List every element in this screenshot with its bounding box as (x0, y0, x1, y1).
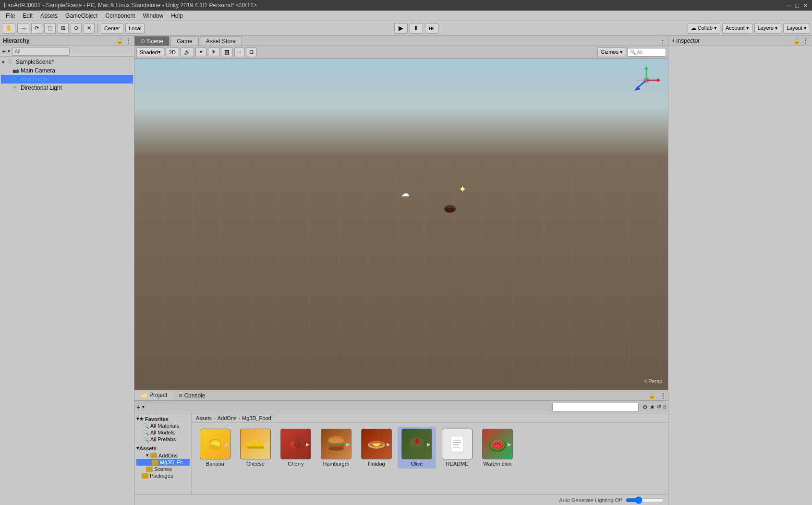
title-bar-title: FanArtPJ0001 - SampleScene - PC, Mac & L… (4, 2, 257, 9)
asset-cheese[interactable]: ▶ Cheese (236, 427, 275, 469)
maximize-btn[interactable]: □ (795, 2, 799, 9)
asset-banana[interactable]: ▶ Banana (196, 427, 234, 469)
rect-tool-btn[interactable]: ⊞ (58, 23, 69, 34)
move-tool-btn[interactable]: ↔ (17, 23, 29, 34)
menu-window[interactable]: Window (139, 12, 167, 20)
menu-help[interactable]: Help (167, 12, 187, 20)
account-btn[interactable]: Account ▾ (722, 23, 752, 34)
image-effects-btn[interactable]: 🖼 (221, 48, 233, 57)
menu-component[interactable]: Component (101, 12, 139, 20)
grid-btn[interactable]: ⊟ (246, 48, 257, 57)
layers-btn[interactable]: Layers ▾ (754, 23, 781, 34)
local-btn[interactable]: Local (125, 23, 145, 34)
scene-more-icon[interactable]: ⋮ (127, 60, 132, 65)
hand-tool-btn[interactable]: ✋ (2, 23, 15, 34)
menu-file[interactable]: File (2, 12, 19, 20)
sidebar-all-models[interactable]: 🔍 All Models (136, 429, 190, 436)
asset-watermelon[interactable]: ▶ Watermelon (478, 427, 517, 469)
project-add-btn[interactable]: + (136, 403, 140, 411)
camera-icon: 📷 (12, 67, 19, 74)
bottom-tabs: 📁 Project ≡ Console 🔒 ⋮ (134, 390, 668, 401)
transform-tool-btn[interactable]: ⊙ (71, 23, 82, 34)
scene-tabs-more-icon[interactable]: ⋮ (657, 39, 668, 46)
breadcrumb-assets[interactable]: Assets (196, 415, 212, 421)
hierarchy-item-samplescene[interactable]: ▾ ⬡ SampleScene* ⋮ (1, 58, 133, 66)
rotate-tool-btn[interactable]: ⟳ (31, 23, 42, 34)
scene-tab-scene[interactable]: ⬡ Scene (134, 36, 170, 46)
fx-btn[interactable]: ✦ (195, 48, 206, 57)
layout-btn[interactable]: Layout ▾ (783, 23, 810, 34)
collab-btn[interactable]: ☁ Collab ▾ (688, 23, 720, 34)
scene-camera-object[interactable]: ☁ (401, 188, 410, 199)
audio-btn[interactable]: 🔊 (181, 48, 194, 57)
bottom-tab-project[interactable]: 📁 Project (134, 391, 173, 400)
title-bar-controls[interactable]: ─ □ ✕ (787, 2, 808, 9)
hierarchy-item-directionallight[interactable]: ☀ Directional Light (1, 84, 133, 92)
breadcrumb-addons[interactable]: AddOns (218, 415, 237, 421)
scene-tab-assetstore[interactable]: Asset Store (200, 36, 242, 46)
favorites-star-icon: ★ (139, 416, 144, 421)
2d-btn[interactable]: 2D (166, 48, 179, 57)
search-icon: 🔍 (630, 49, 636, 55)
olive-thumb: ▶ (401, 429, 432, 459)
menu-gameobject[interactable]: GameObject (61, 12, 101, 20)
project-dropdown-btn[interactable]: ▾ (142, 404, 145, 409)
sidebar-packages[interactable]: Packages (136, 472, 190, 479)
custom-tool-btn[interactable]: ✕ (84, 23, 95, 34)
sidebar-mg3d-food[interactable]: Mg3D_Fc (136, 459, 190, 466)
scene-search[interactable]: 🔍 All (628, 48, 666, 57)
inspector-content (668, 46, 812, 505)
asset-cherry[interactable]: ▶ Cherry (277, 427, 315, 469)
inspector-lock-btn[interactable]: 🔒 (793, 37, 800, 44)
play-btn[interactable]: ▶ (394, 23, 408, 34)
asset-hotdog[interactable]: ▶ Hotdog (357, 427, 396, 469)
hierarchy-dropdown-btn[interactable]: ▾ (8, 48, 10, 54)
hierarchy-more-icon[interactable]: ⋮ (125, 37, 131, 44)
sidebar-addons[interactable]: ▾ AddOns (136, 452, 190, 459)
scale-tool-btn[interactable]: ⬚ (44, 23, 56, 34)
menu-assets[interactable]: Assets (36, 12, 61, 20)
light-label: Directional Light (21, 84, 62, 91)
hierarchy-item-maincamera[interactable]: 📷 Main Camera (1, 66, 133, 75)
asset-olive[interactable]: ▶ Olive (398, 427, 436, 469)
assets-header[interactable]: ▾ Assets (136, 445, 190, 452)
bottom-tab-console[interactable]: ≡ Console (173, 391, 211, 400)
hierarchy-item-hamburger[interactable]: 🔷 Hamburger (1, 75, 133, 84)
favorites-header[interactable]: ▾ ★ Favorites (136, 415, 190, 422)
hierarchy-toolbar: + ▾ (0, 46, 134, 57)
hierarchy-search[interactable] (12, 47, 70, 56)
menu-edit[interactable]: Edit (19, 12, 36, 20)
close-btn[interactable]: ✕ (803, 2, 808, 9)
center-btn[interactable]: Center (101, 23, 123, 34)
bottom-tabs-lock-icon[interactable]: 🔒 (645, 392, 658, 399)
sidebar-all-prefabs[interactable]: 🔍 All Prefabs (136, 436, 190, 443)
search-refresh-btn[interactable]: ↺ (657, 404, 661, 410)
asset-hamburger[interactable]: ▶ Hamburger (317, 427, 355, 469)
lighting-btn[interactable]: ☀ (208, 48, 219, 57)
sidebar-scenes[interactable]: Scenes (136, 466, 190, 472)
hidden-btn[interactable]: □ (234, 48, 244, 57)
project-search[interactable] (552, 403, 639, 411)
shaded-btn[interactable]: Shaded ▾ (136, 48, 164, 57)
gizmos-btn[interactable]: Gizmos ▾ (597, 48, 626, 57)
scene-viewport[interactable]: ☁ ✦ (134, 59, 668, 390)
minimize-btn[interactable]: ─ (787, 2, 791, 9)
search-favorite-btn[interactable]: ★ (650, 404, 655, 410)
bottom-tabs-more-icon[interactable]: ⋮ (658, 392, 668, 399)
step-btn[interactable]: ⏭ (425, 23, 438, 34)
asset-readme[interactable]: README (438, 427, 476, 469)
inspector-more-btn[interactable]: ⋮ (802, 37, 808, 44)
search-filter-btn[interactable]: ⚙ (642, 404, 648, 410)
breadcrumb-mg3d-food[interactable]: Mg3D_Food (242, 415, 271, 421)
scene-hamburger-object[interactable] (444, 205, 456, 213)
hierarchy-add-btn[interactable]: + (2, 48, 6, 55)
scene-light-object[interactable]: ✦ (459, 183, 467, 195)
svg-point-18 (296, 443, 297, 444)
svg-point-16 (294, 441, 302, 449)
scene-tab-game[interactable]: Game (170, 36, 199, 46)
sidebar-all-materials[interactable]: 🔍 All Materials (136, 422, 190, 429)
svg-rect-31 (451, 436, 463, 452)
hierarchy-actions: 🔒 ⋮ (116, 37, 131, 44)
pause-btn[interactable]: ⏸ (410, 23, 423, 34)
zoom-slider[interactable] (626, 496, 664, 504)
